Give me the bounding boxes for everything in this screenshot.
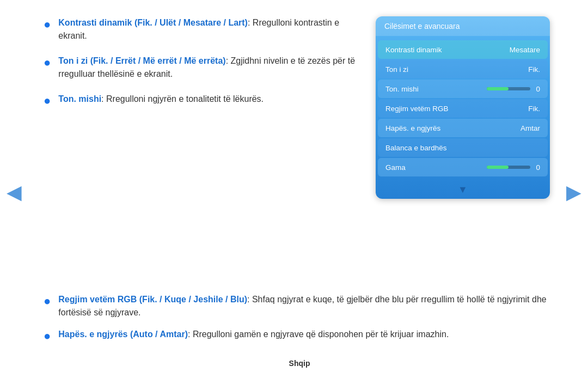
panel-title: Cilësimet e avancuara — [384, 22, 460, 31]
bullet-text-3: Ton. mishi: Rregulloni ngjyrën e tonalit… — [58, 93, 359, 106]
content-area: ● Kontrasti dinamik (Fik. / Ulët / Mesat… — [44, 16, 555, 288]
panel-row-3[interactable]: Regjim vetëm RGB Fik. — [378, 99, 548, 118]
bottom-bullet-text-4: Regjim vetëm RGB (Fik. / Kuqe / Jeshile … — [58, 293, 555, 319]
panel-row-value-0: Mesatare — [510, 46, 540, 54]
bullet-dot-2: ● — [44, 54, 51, 71]
panel-row-label-0: Kontrasti dinamik — [385, 46, 510, 54]
slider-fill-6 — [487, 166, 509, 169]
panel-row-label-6: Gama — [385, 163, 487, 172]
bullet1-link: Kontrasti dinamik (Fik. / Ulët / Mesatar… — [58, 18, 248, 27]
bottom-bullet-item-5: ● Hapës. e ngjyrës (Auto / Amtar): Rregu… — [44, 328, 555, 345]
panel-header: Cilësimet e avancuara — [376, 16, 550, 36]
bullet-list: ● Kontrasti dinamik (Fik. / Ulët / Mesat… — [44, 16, 359, 121]
footer-language: Shqip — [289, 359, 310, 368]
text-column: ● Kontrasti dinamik (Fik. / Ulët / Mesat… — [44, 16, 370, 288]
panel-row-0[interactable]: Kontrasti dinamik Mesatare — [378, 40, 548, 59]
panel-row-value-4: Amtar — [520, 124, 540, 132]
panel-column: Cilësimet e avancuara Kontrasti dinamik … — [370, 16, 555, 288]
bullet-item-1: ● Kontrasti dinamik (Fik. / Ulët / Mesat… — [44, 16, 359, 42]
panel-row-label-3: Regjim vetëm RGB — [385, 105, 528, 113]
panel-arrow-down[interactable]: ▼ — [376, 182, 550, 199]
bullet5-rest: : Rregulloni gamën e ngjyrave që dispono… — [188, 330, 449, 339]
bullet5-link: Hapës. e ngjyrës (Auto / Amtar) — [58, 330, 188, 339]
bullet-item-3: ● Ton. mishi: Rregulloni ngjyrën e tonal… — [44, 93, 359, 109]
bullet-dot-1: ● — [44, 16, 51, 33]
panel-row-5[interactable]: Balanca e bardhës — [378, 138, 548, 157]
bottom-bullet-text-5: Hapës. e ngjyrës (Auto / Amtar): Rregull… — [58, 328, 555, 341]
bullet3-link: Ton. mishi — [58, 94, 101, 103]
bottom-bullet-dot-4: ● — [44, 293, 51, 310]
settings-panel: Cilësimet e avancuara Kontrasti dinamik … — [376, 16, 550, 199]
bullet4-link: Regjim vetëm RGB (Fik. / Kuqe / Jeshile … — [58, 295, 247, 304]
panel-row-value-1: Fik. — [528, 65, 540, 74]
ton-mishi-slider[interactable] — [487, 87, 530, 90]
panel-row-6[interactable]: Gama 0 — [378, 158, 548, 176]
bullet-text-1: Kontrasti dinamik (Fik. / Ulët / Mesatar… — [58, 16, 359, 42]
panel-row-value-3: Fik. — [528, 105, 540, 113]
panel-row-label-4: Hapës. e ngjyrës — [385, 124, 520, 132]
bottom-bullet-item-4: ● Regjim vetëm RGB (Fik. / Kuqe / Jeshil… — [44, 293, 555, 319]
bullet2-link: Ton i zi (Fik. / Errët / Më errët / Më e… — [58, 56, 225, 65]
panel-row-label-5: Balanca e bardhës — [385, 144, 540, 152]
panel-rows-container: Kontrasti dinamik Mesatare Ton i zi Fik.… — [376, 36, 550, 182]
arrow-down-icon: ▼ — [458, 184, 468, 195]
footer: Shqip — [44, 353, 555, 368]
panel-row-value-2: 0 — [536, 85, 540, 93]
panel-row-value-6: 0 — [536, 163, 540, 172]
panel-row-1[interactable]: Ton i zi Fik. — [378, 60, 548, 78]
panel-row-label-1: Ton i zi — [385, 65, 528, 74]
bullet3-rest: : Rregulloni ngjyrën e tonalitetit të lë… — [101, 94, 264, 103]
bottom-bullet-dot-5: ● — [44, 328, 51, 345]
bullet-dot-3: ● — [44, 93, 51, 109]
page-container: ● Kontrasti dinamik (Fik. / Ulët / Mesat… — [0, 0, 588, 384]
bullet-text-2: Ton i zi (Fik. / Errët / Më errët / Më e… — [58, 54, 359, 81]
panel-row-4[interactable]: Hapës. e ngjyrës Amtar — [378, 119, 548, 137]
panel-row-2[interactable]: Ton. mishi 0 — [378, 80, 548, 98]
bullet-item-2: ● Ton i zi (Fik. / Errët / Më errët / Më… — [44, 54, 359, 81]
slider-fill-2 — [487, 87, 509, 90]
bottom-bullets: ● Regjim vetëm RGB (Fik. / Kuqe / Jeshil… — [44, 293, 555, 345]
panel-row-label-2: Ton. mishi — [385, 85, 487, 93]
bottom-section: ● Regjim vetëm RGB (Fik. / Kuqe / Jeshil… — [44, 293, 555, 353]
gama-slider[interactable] — [487, 166, 530, 169]
